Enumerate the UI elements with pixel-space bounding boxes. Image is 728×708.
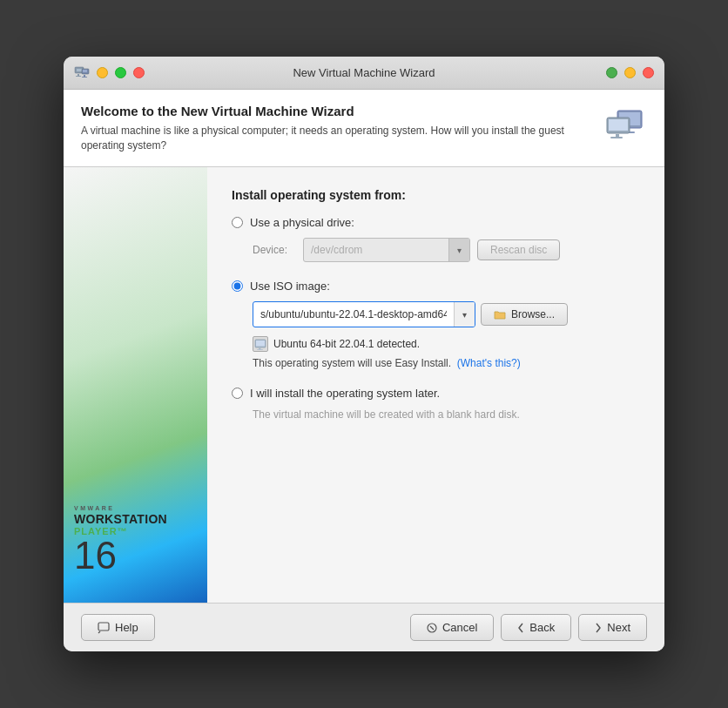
main-window: New Virtual Machine Wizard Welcome to th… <box>64 57 664 652</box>
later-option: I will install the operating system late… <box>232 387 640 421</box>
next-button[interactable]: Next <box>578 614 647 641</box>
help-icon <box>98 622 110 634</box>
header-text-block: Welcome to the New Virtual Machine Wizar… <box>81 104 569 153</box>
wizard-header: Welcome to the New Virtual Machine Wizar… <box>64 90 664 168</box>
svg-line-21 <box>98 631 100 633</box>
traffic-green[interactable] <box>606 67 617 78</box>
wizard-footer: Help Cancel Back Next <box>64 603 664 651</box>
easy-install-text: This operating system will use Easy Inst… <box>253 357 640 369</box>
footer-right: Cancel Back Next <box>410 614 647 641</box>
iso-radio-label[interactable]: Use ISO image: <box>232 280 640 293</box>
iso-input-row: ▾ Browse... <box>253 301 640 327</box>
wizard-description: A virtual machine is like a physical com… <box>81 124 569 153</box>
traffic-red[interactable] <box>643 67 654 78</box>
vmware-label: VMWARE <box>74 505 167 511</box>
iso-path-input[interactable] <box>253 304 454 325</box>
window-controls <box>74 64 145 80</box>
folder-icon <box>494 309 506 320</box>
header-icon <box>602 104 647 149</box>
svg-rect-6 <box>84 75 85 77</box>
cancel-label: Cancel <box>442 621 477 634</box>
browse-button[interactable]: Browse... <box>481 303 568 326</box>
next-chevron-icon <box>595 623 602 633</box>
later-radio[interactable] <box>232 388 243 399</box>
detected-text: Ubuntu 64-bit 22.04.1 detected. <box>273 338 420 350</box>
physical-drive-label: Use a physical drive: <box>250 216 354 229</box>
device-select-wrapper: ▾ <box>303 238 470 262</box>
later-radio-label[interactable]: I will install the operating system late… <box>232 387 640 400</box>
back-chevron-icon <box>517 623 524 633</box>
svg-rect-5 <box>83 70 87 72</box>
rescan-button[interactable]: Rescan disc <box>477 239 560 260</box>
later-label: I will install the operating system late… <box>250 387 440 400</box>
wizard-title: Welcome to the New Virtual Machine Wizar… <box>81 104 569 118</box>
svg-rect-1 <box>77 69 82 71</box>
svg-rect-20 <box>98 623 109 630</box>
iso-section: ▾ Browse... <box>253 301 640 369</box>
svg-rect-15 <box>610 137 623 138</box>
wizard-content: VMWARE WORKSTATION PLAYER™ 16 Install op… <box>64 167 664 603</box>
svg-line-23 <box>430 626 434 630</box>
wizard-main: Install operating system from: Use a phy… <box>207 167 664 603</box>
svg-rect-2 <box>78 74 79 76</box>
next-label: Next <box>607 621 630 634</box>
svg-rect-17 <box>256 341 265 347</box>
iso-input-wrapper: ▾ <box>253 301 475 327</box>
device-row: Device: ▾ Rescan disc <box>253 238 640 262</box>
help-label: Help <box>115 621 138 634</box>
close-button[interactable] <box>133 67 145 78</box>
iso-dropdown-arrow[interactable]: ▾ <box>454 302 475 327</box>
iso-radio[interactable] <box>232 280 243 292</box>
browse-label: Browse... <box>511 308 555 320</box>
wizard-sidebar: VMWARE WORKSTATION PLAYER™ 16 <box>64 167 207 603</box>
physical-drive-radio-label[interactable]: Use a physical drive: <box>232 216 640 229</box>
physical-drive-radio[interactable] <box>232 217 243 228</box>
app-icon <box>74 64 90 80</box>
sidebar-brand: VMWARE WORKSTATION PLAYER™ 16 <box>74 505 167 575</box>
svg-rect-3 <box>76 76 81 77</box>
svg-rect-7 <box>82 77 87 78</box>
later-description: The virtual machine will be created with… <box>253 408 640 421</box>
svg-rect-13 <box>609 119 628 131</box>
iso-label: Use ISO image: <box>250 280 330 293</box>
device-label: Device: <box>253 244 296 256</box>
titlebar: New Virtual Machine Wizard <box>64 57 664 90</box>
detected-row: Ubuntu 64-bit 22.04.1 detected. <box>253 336 640 352</box>
svg-rect-19 <box>257 349 263 350</box>
back-button[interactable]: Back <box>501 614 571 641</box>
section-title: Install operating system from: <box>232 188 640 202</box>
svg-rect-18 <box>259 347 261 349</box>
maximize-button[interactable] <box>115 67 126 78</box>
iso-option: Use ISO image: ▾ Browse... <box>232 280 640 369</box>
back-label: Back <box>529 621 555 634</box>
device-dropdown-arrow: ▾ <box>448 239 469 261</box>
traffic-yellow[interactable] <box>624 67 636 78</box>
physical-drive-option: Use a physical drive: Device: ▾ Rescan d… <box>232 216 640 262</box>
workstation-label: WORKSTATION <box>74 513 167 526</box>
help-button[interactable]: Help <box>81 614 155 641</box>
detected-icon <box>253 336 268 352</box>
footer-left: Help <box>81 614 155 641</box>
minimize-button[interactable] <box>97 67 108 78</box>
version-label: 16 <box>74 536 167 575</box>
computers-icon <box>602 104 647 149</box>
cancel-button[interactable]: Cancel <box>410 614 494 641</box>
svg-rect-14 <box>616 134 619 137</box>
os-icon <box>254 339 266 350</box>
whats-this-link[interactable]: (What's this?) <box>457 357 521 369</box>
cancel-icon <box>427 623 437 633</box>
device-input <box>304 240 448 260</box>
window-title: New Virtual Machine Wizard <box>293 66 435 79</box>
